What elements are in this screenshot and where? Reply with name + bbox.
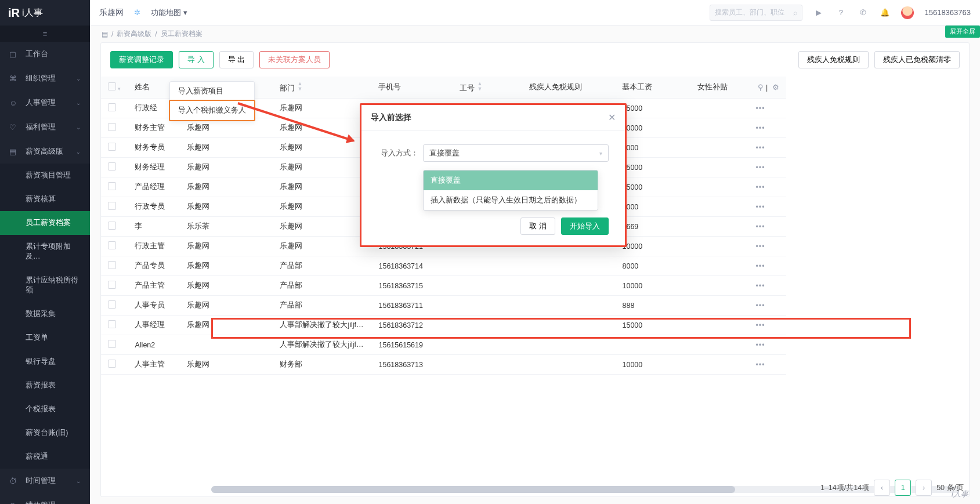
expand-fullscreen-button[interactable]: 展开全屏 bbox=[945, 26, 980, 38]
unlinked-people-button[interactable]: 未关联方案人员 bbox=[259, 51, 330, 68]
nav-sub-9[interactable]: 个税报表 bbox=[0, 397, 90, 421]
nav-sub-4[interactable]: 累计应纳税所得额 bbox=[0, 269, 90, 302]
pager-size[interactable]: 50 条/页 bbox=[936, 483, 964, 493]
pager-page-1[interactable]: 1 bbox=[895, 480, 911, 496]
th-6[interactable]: 残疾人免税规则 bbox=[522, 77, 615, 99]
search-input[interactable]: 搜索员工、部门、职位⌕ bbox=[710, 5, 802, 21]
modal-title: 导入前选择 bbox=[371, 113, 411, 123]
nav-sub-7[interactable]: 银行导盘 bbox=[0, 350, 90, 374]
row-checkbox[interactable] bbox=[108, 261, 116, 269]
modal-close-button[interactable]: ✕ bbox=[608, 112, 616, 123]
disability-tax-rule-button[interactable]: 残疾人免税规则 bbox=[798, 51, 869, 68]
topbar: 乐趣网 ✲ 功能地图 ▾ 搜索员工、部门、职位⌕ ▶ ? ✆ 🔔 1561836… bbox=[90, 0, 980, 26]
help-icon[interactable]: ? bbox=[835, 7, 847, 19]
table-row[interactable]: 人事经理乐趣网人事部解决撤了较大jiljfjo…1561836371215000… bbox=[101, 316, 969, 335]
row-checkbox[interactable] bbox=[108, 182, 116, 190]
table-row[interactable]: 人事专员乐趣网产品部15618363711888••• bbox=[101, 296, 969, 316]
row-checkbox[interactable] bbox=[108, 241, 116, 249]
th-0[interactable]: ▾ bbox=[101, 77, 128, 99]
pager-prev[interactable]: ‹ bbox=[874, 480, 890, 496]
modal-start-import-button[interactable]: 开始导入 bbox=[561, 217, 609, 235]
logo-text: i人事 bbox=[22, 7, 43, 19]
filter-icon[interactable]: ⚲ bbox=[758, 84, 764, 92]
row-more-icon[interactable]: ••• bbox=[755, 223, 765, 231]
nav-item-3[interactable]: ♡福利管理⌄ bbox=[0, 115, 90, 139]
row-more-icon[interactable]: ••• bbox=[755, 361, 765, 369]
pager-next[interactable]: › bbox=[916, 480, 932, 496]
row-more-icon[interactable]: ••• bbox=[755, 144, 765, 152]
modal-cancel-button[interactable]: 取 消 bbox=[520, 217, 555, 235]
row-more-icon[interactable]: ••• bbox=[755, 321, 765, 329]
row-more-icon[interactable]: ••• bbox=[755, 203, 765, 211]
nav-sub-11[interactable]: 薪税通 bbox=[0, 445, 90, 469]
sidebar-toggle[interactable]: ≡ bbox=[0, 26, 90, 42]
th-7[interactable]: 基本工资 bbox=[615, 77, 690, 99]
row-checkbox[interactable] bbox=[108, 320, 116, 328]
disability-tax-clear-button[interactable]: 残疾人已免税额清零 bbox=[874, 51, 960, 68]
th-4[interactable]: 手机号 bbox=[371, 77, 453, 99]
gear-icon[interactable]: ⚙ bbox=[772, 84, 779, 92]
nav-item-4[interactable]: ▤薪资高级版⌃ bbox=[0, 139, 90, 164]
export-button[interactable]: 导 出 bbox=[219, 51, 254, 68]
th-3[interactable]: 部门▲▼ bbox=[273, 77, 371, 99]
row-more-icon[interactable]: ••• bbox=[755, 242, 765, 251]
row-more-icon[interactable]: ••• bbox=[755, 183, 765, 191]
nav-icon: ▤ bbox=[9, 147, 20, 156]
row-more-icon[interactable]: ••• bbox=[755, 341, 765, 349]
nav-sub-8[interactable]: 薪资报表 bbox=[0, 374, 90, 397]
gear-icon[interactable]: ✲ bbox=[134, 8, 140, 17]
row-checkbox[interactable] bbox=[108, 222, 116, 230]
row-more-icon[interactable]: ••• bbox=[755, 104, 765, 113]
nav-sub-5[interactable]: 数据采集 bbox=[0, 302, 90, 326]
table-row[interactable]: 产品主管乐趣网产品部1561836371510000••• bbox=[101, 276, 969, 296]
row-checkbox[interactable] bbox=[108, 143, 116, 151]
row-checkbox[interactable] bbox=[108, 281, 116, 289]
nav-item-5[interactable]: ⏱时间管理⌄ bbox=[0, 469, 90, 493]
user-phone[interactable]: 15618363763 bbox=[924, 8, 971, 17]
row-checkbox[interactable] bbox=[108, 340, 116, 348]
crumb-level1[interactable]: 薪资高级版 bbox=[117, 29, 151, 39]
option-insert-new[interactable]: 插入新数据（只能导入生效日期之后的数据） bbox=[424, 190, 598, 210]
th-8[interactable]: 女性补贴 bbox=[690, 77, 748, 99]
nav-sub-2[interactable]: 员工薪资档案 bbox=[0, 211, 90, 235]
nav-sub-6[interactable]: 工资单 bbox=[0, 326, 90, 350]
row-checkbox[interactable] bbox=[108, 202, 116, 210]
nav-sub-0[interactable]: 薪资项目管理 bbox=[0, 164, 90, 187]
nav-icon: ⏱ bbox=[9, 477, 20, 485]
checkbox-all[interactable] bbox=[108, 82, 116, 90]
import-salary-items[interactable]: 导入薪资项目 bbox=[170, 82, 254, 101]
row-more-icon[interactable]: ••• bbox=[755, 124, 765, 132]
import-button[interactable]: 导 入 bbox=[179, 51, 214, 68]
import-method-select[interactable]: 直接覆盖 ▾ bbox=[423, 144, 609, 162]
nav-icon: ☺ bbox=[9, 99, 20, 107]
row-more-icon[interactable]: ••• bbox=[755, 302, 765, 310]
nav-item-1[interactable]: ⌘组织管理⌄ bbox=[0, 66, 90, 90]
option-overwrite[interactable]: 直接覆盖 bbox=[424, 171, 598, 190]
row-more-icon[interactable]: ••• bbox=[755, 164, 765, 172]
table-row[interactable]: Allen2人事部解决撤了较大jiljfjo…15615615619••• bbox=[101, 335, 969, 355]
brand[interactable]: 乐趣网 bbox=[99, 8, 124, 18]
table-row[interactable]: 人事主管乐趣网财务部1561836371310000••• bbox=[101, 355, 969, 375]
nav-sub-3[interactable]: 累计专项附加及… bbox=[0, 235, 90, 269]
video-icon[interactable]: ▶ bbox=[813, 7, 824, 19]
row-checkbox[interactable] bbox=[108, 123, 116, 131]
salary-adjust-button[interactable]: 薪资调整记录 bbox=[110, 51, 173, 68]
nav-item-6[interactable]: ◎绩效管理⌄ bbox=[0, 493, 90, 504]
table-row[interactable]: 产品专员乐趣网产品部156183637148000••• bbox=[101, 256, 969, 276]
row-checkbox[interactable] bbox=[108, 103, 116, 111]
nav-item-0[interactable]: ▢工作台 bbox=[0, 42, 90, 66]
th-5[interactable]: 工号▲▼ bbox=[453, 77, 522, 99]
nav-sub-10[interactable]: 薪资台账(旧) bbox=[0, 421, 90, 445]
phone-icon[interactable]: ✆ bbox=[857, 7, 869, 19]
row-checkbox[interactable] bbox=[108, 360, 116, 368]
nav-sub-1[interactable]: 薪资核算 bbox=[0, 187, 90, 211]
avatar[interactable] bbox=[901, 6, 914, 19]
row-more-icon[interactable]: ••• bbox=[755, 282, 765, 290]
func-map-link[interactable]: 功能地图 ▾ bbox=[151, 8, 187, 18]
row-checkbox[interactable] bbox=[108, 300, 116, 309]
logo: iR i人事 bbox=[0, 0, 90, 26]
bell-icon[interactable]: 🔔 bbox=[879, 7, 891, 19]
row-checkbox[interactable] bbox=[108, 162, 116, 171]
nav-item-2[interactable]: ☺人事管理⌄ bbox=[0, 90, 90, 115]
row-more-icon[interactable]: ••• bbox=[755, 262, 765, 270]
